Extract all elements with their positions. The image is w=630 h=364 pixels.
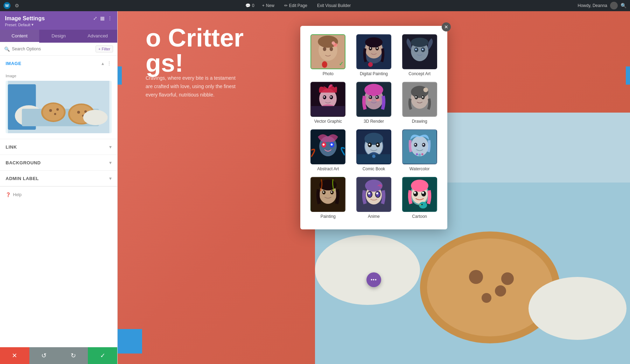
svg-point-39 bbox=[377, 48, 378, 49]
redo-icon: ↻ bbox=[71, 352, 76, 359]
style-item-digital[interactable]: Digital Painting bbox=[353, 34, 395, 76]
tab-advanced[interactable]: Advanced bbox=[78, 30, 117, 43]
accent-bar-right bbox=[626, 66, 630, 85]
svg-point-31 bbox=[332, 41, 335, 45]
topbar: W ⚙ 💬 0 + New ✏ Edit Page Exit Visual Bu… bbox=[0, 0, 630, 11]
svg-point-63 bbox=[368, 99, 372, 101]
section-image-title: Image bbox=[6, 61, 21, 66]
svg-point-118 bbox=[413, 191, 418, 196]
fab-button[interactable]: ••• bbox=[366, 272, 381, 287]
style-label-abstract: Abstract Art bbox=[317, 166, 339, 171]
fullscreen-icon[interactable]: ⤢ bbox=[93, 15, 97, 21]
style-picker-popup: ✕ bbox=[300, 26, 447, 229]
chevron-down-icon: ▾ bbox=[31, 22, 34, 27]
svg-point-93 bbox=[414, 144, 416, 145]
chevron-up-icon[interactable]: ▴ bbox=[102, 60, 104, 66]
filter-button[interactable]: + Filter bbox=[96, 45, 113, 52]
accent-bar-left bbox=[118, 66, 122, 85]
comments-link[interactable]: 💬 0 bbox=[245, 3, 254, 8]
save-button[interactable]: ✓ bbox=[88, 347, 117, 364]
style-item-abstract[interactable]: Abstract Art bbox=[307, 129, 349, 171]
fab-icon: ••• bbox=[371, 277, 377, 283]
svg-point-119 bbox=[421, 191, 426, 196]
image-preview-box[interactable] bbox=[6, 81, 112, 133]
svg-point-95 bbox=[418, 154, 421, 156]
style-item-drawing[interactable]: Drawing bbox=[399, 82, 440, 124]
style-item-painting[interactable]: Painting bbox=[307, 177, 349, 219]
svg-point-123 bbox=[421, 204, 422, 205]
section-link: Link ▾ bbox=[0, 139, 117, 155]
style-thumb-abstract bbox=[310, 129, 345, 164]
search-icon[interactable]: 🔍 bbox=[621, 3, 626, 8]
sidebar-header-icons: ⤢ ▦ ⋮ bbox=[93, 15, 112, 21]
style-item-concept[interactable]: Concept Art bbox=[399, 34, 440, 76]
help-link[interactable]: ❓ Help bbox=[0, 186, 117, 203]
comment-icon: 💬 bbox=[245, 3, 251, 8]
style-thumb-digital bbox=[356, 34, 391, 69]
edit-page-button[interactable]: ✏ Edit Page bbox=[282, 2, 309, 9]
close-button[interactable]: ✕ bbox=[0, 347, 29, 364]
style-label-cartoon: Cartoon bbox=[412, 214, 427, 219]
svg-point-68 bbox=[423, 87, 428, 92]
section-image-header[interactable]: Image ▴ ⋮ bbox=[0, 56, 117, 71]
tab-content[interactable]: Content bbox=[0, 30, 39, 43]
undo-button[interactable]: ↺ bbox=[29, 347, 59, 364]
topbar-right: Howdy, Deanna 🔍 bbox=[578, 2, 627, 9]
exit-builder-button[interactable]: Exit Visual Builder bbox=[315, 2, 353, 9]
site-icon[interactable]: ⚙ bbox=[13, 2, 21, 9]
style-item-watercolor[interactable]: Watercolor bbox=[399, 129, 440, 171]
style-item-comic[interactable]: Comic Book bbox=[353, 129, 395, 171]
style-label-watercolor: Watercolor bbox=[410, 166, 430, 171]
svg-point-58 bbox=[364, 84, 383, 96]
svg-point-11 bbox=[77, 111, 80, 114]
svg-point-41 bbox=[368, 62, 373, 67]
svg-point-85 bbox=[369, 144, 370, 145]
section-admin-label-title: Admin Label bbox=[6, 176, 39, 181]
popup-close-button[interactable]: ✕ bbox=[442, 22, 451, 31]
svg-point-54 bbox=[330, 96, 332, 98]
sidebar-header: Image Settings Preset: Default ▾ ⤢ ▦ ⋮ bbox=[0, 11, 117, 30]
page-subtitle: Cravings, where every bite is a testamen… bbox=[146, 74, 236, 99]
style-item-anime[interactable]: Anime bbox=[353, 177, 395, 219]
svg-point-86 bbox=[377, 144, 378, 145]
style-thumb-drawing bbox=[402, 82, 437, 117]
svg-point-97 bbox=[421, 153, 423, 155]
style-item-3d[interactable]: 3D Render bbox=[353, 82, 395, 124]
chevron-down-icon[interactable]: ▾ bbox=[109, 176, 112, 181]
search-icon: 🔍 bbox=[4, 47, 10, 52]
search-input[interactable] bbox=[12, 47, 93, 51]
sidebar-preset[interactable]: Preset: Default ▾ bbox=[5, 22, 45, 27]
svg-point-78 bbox=[331, 143, 333, 145]
more-icon[interactable]: ⋮ bbox=[107, 15, 112, 21]
svg-point-62 bbox=[376, 96, 378, 98]
svg-rect-55 bbox=[311, 106, 345, 116]
style-label-photo: Photo bbox=[323, 71, 334, 76]
help-icon: ❓ bbox=[6, 192, 11, 197]
style-item-vector[interactable]: Vector Graphic bbox=[307, 82, 349, 124]
wp-logo-icon[interactable]: W bbox=[4, 2, 10, 9]
redo-button[interactable]: ↻ bbox=[59, 347, 88, 364]
user-avatar[interactable] bbox=[610, 2, 618, 9]
svg-point-94 bbox=[422, 144, 424, 145]
style-item-cartoon[interactable]: Cartoon bbox=[399, 177, 440, 219]
section-admin-label: Admin Label ▾ bbox=[0, 171, 117, 186]
section-link-header[interactable]: Link ▾ bbox=[0, 139, 117, 155]
svg-point-104 bbox=[331, 191, 332, 193]
section-background-header[interactable]: Background ▾ bbox=[0, 155, 117, 170]
style-label-concept: Concept Art bbox=[408, 71, 430, 76]
chevron-down-icon[interactable]: ▾ bbox=[109, 160, 112, 165]
tab-design[interactable]: Design bbox=[39, 30, 78, 43]
chevron-down-icon[interactable]: ▾ bbox=[109, 144, 112, 150]
svg-point-46 bbox=[415, 49, 417, 50]
accent-bar-bottom-left bbox=[118, 329, 142, 354]
section-more-icon[interactable]: ⋮ bbox=[107, 60, 112, 66]
style-thumb-3d bbox=[356, 82, 391, 117]
columns-icon[interactable]: ▦ bbox=[100, 15, 105, 21]
new-button[interactable]: + New bbox=[260, 2, 276, 9]
svg-point-20 bbox=[469, 270, 483, 284]
style-item-photo[interactable]: ✓ Photo bbox=[307, 34, 349, 76]
style-thumb-vector bbox=[310, 82, 345, 117]
style-grid: ✓ Photo bbox=[307, 34, 440, 219]
section-admin-label-header[interactable]: Admin Label ▾ bbox=[0, 171, 117, 186]
style-thumb-anime bbox=[356, 177, 391, 212]
